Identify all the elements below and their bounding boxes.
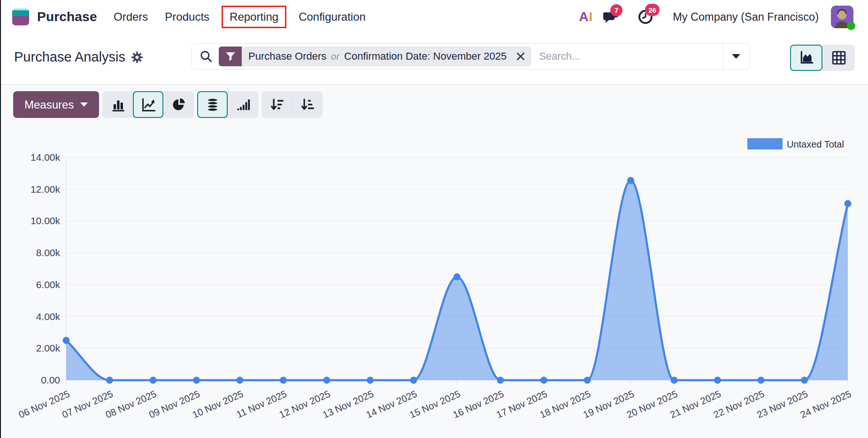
data-point[interactable] <box>150 377 157 384</box>
menu-configuration[interactable]: Configuration <box>299 10 366 23</box>
company-selector[interactable]: My Company (San Francisco) <box>673 11 819 23</box>
facet-value-purchase-orders: Purchase Orders <box>248 50 326 63</box>
chevron-down-icon <box>732 54 740 59</box>
view-switcher <box>790 45 855 71</box>
y-axis-label: 0.00 <box>41 375 60 385</box>
y-axis-label: 6.00k <box>36 279 61 290</box>
menu-orders[interactable]: Orders <box>114 10 148 23</box>
chart-legend[interactable]: Untaxed Total <box>747 138 844 149</box>
app-name: Purchase <box>37 9 97 24</box>
messages-count-badge: 7 <box>610 4 622 16</box>
app-switcher[interactable]: Purchase <box>12 0 97 34</box>
graph-view: Measures <box>0 85 868 438</box>
graph-view-button[interactable] <box>790 45 822 71</box>
y-axis-label: 14.00k <box>31 152 61 163</box>
data-point[interactable] <box>497 377 504 384</box>
top-navbar: Purchase Orders Products Reporting Confi… <box>0 0 868 34</box>
page-title: Purchase Analysis <box>14 49 125 65</box>
purchase-app-logo-icon <box>12 8 29 25</box>
gear-icon[interactable] <box>131 52 143 63</box>
facet-remove-button[interactable] <box>513 47 531 66</box>
activities-count-badge: 26 <box>645 4 660 16</box>
data-point[interactable] <box>671 377 678 384</box>
app-menus: Orders Products Reporting Configuration <box>114 0 366 34</box>
facet-operator: or <box>331 51 339 62</box>
search-dropdown-toggle[interactable] <box>722 44 749 69</box>
series-area <box>66 180 848 380</box>
y-axis-label: 2.00k <box>36 343 61 353</box>
data-point[interactable] <box>193 377 200 384</box>
purchase-analysis-area-chart[interactable]: 0.002.00k4.00k6.00k8.00k10.00k12.00k14.0… <box>0 85 868 438</box>
close-icon <box>516 52 525 61</box>
y-axis-label: 4.00k <box>36 311 61 322</box>
data-point[interactable] <box>627 177 634 184</box>
search-facet: Purchase Orders or Confirmation Date: No… <box>219 47 531 66</box>
data-point[interactable] <box>280 377 287 384</box>
search-bar: Purchase Orders or Confirmation Date: No… <box>192 43 750 70</box>
data-point[interactable] <box>106 377 113 384</box>
data-point[interactable] <box>323 377 330 384</box>
facet-value-confirmation-date: Confirmation Date: November 2025 <box>344 50 507 63</box>
legend-swatch <box>747 138 783 149</box>
activities-button[interactable]: 26 <box>638 9 654 25</box>
data-point[interactable] <box>845 200 852 207</box>
reporting-highlight-box: Reporting <box>222 6 286 28</box>
data-point[interactable] <box>237 377 244 384</box>
data-point[interactable] <box>453 273 461 280</box>
pivot-table-icon <box>831 50 846 65</box>
data-point[interactable] <box>410 377 417 384</box>
data-point[interactable] <box>63 337 70 344</box>
area-chart-icon <box>799 50 814 65</box>
systray: AI 7 26 My Company (San Francisco) <box>579 0 853 34</box>
messages-button[interactable]: 7 <box>603 9 620 25</box>
search-input[interactable] <box>531 50 722 63</box>
menu-reporting[interactable]: Reporting <box>230 10 278 23</box>
y-axis-label: 12.00k <box>31 184 61 195</box>
data-point[interactable] <box>540 377 547 384</box>
control-panel: Purchase Analysis <box>0 34 868 85</box>
data-point[interactable] <box>584 377 591 384</box>
data-point[interactable] <box>758 377 765 384</box>
y-axis-label: 8.00k <box>36 247 61 258</box>
data-point[interactable] <box>367 377 374 384</box>
window-left-edge <box>0 0 1 438</box>
pivot-view-button[interactable] <box>822 45 855 71</box>
y-axis-label: 10.00k <box>31 215 61 226</box>
search-icon <box>200 50 213 63</box>
data-point[interactable] <box>714 377 721 384</box>
ai-assistant-icon[interactable]: AI <box>579 9 593 24</box>
menu-products[interactable]: Products <box>165 10 209 23</box>
user-avatar[interactable] <box>831 6 853 28</box>
filter-icon <box>219 47 242 66</box>
online-status-dot <box>847 22 855 30</box>
data-point[interactable] <box>801 377 808 384</box>
legend-label: Untaxed Total <box>787 139 844 149</box>
